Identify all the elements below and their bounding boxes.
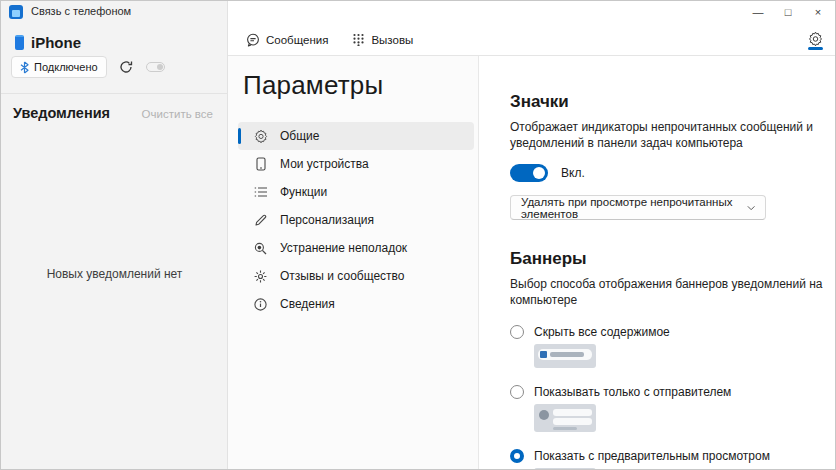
badges-clear-mode-dropdown[interactable]: Удалять при просмотре непрочитанных элем…: [510, 195, 766, 220]
main-header: Сообщения Вызовы: [228, 23, 835, 56]
settings-content-panel: Значки Отображает индикаторы непрочитанн…: [479, 56, 835, 469]
sidebar-divider: [1, 93, 228, 94]
connection-status-button[interactable]: Подключено: [11, 56, 107, 78]
minimize-button[interactable]: —: [743, 1, 773, 23]
list-icon: [253, 186, 268, 198]
nav-item-about[interactable]: Сведения: [238, 290, 474, 318]
badges-toggle-label: Вкл.: [561, 166, 585, 180]
message-icon: [246, 33, 260, 47]
window-controls: — □ ×: [743, 1, 833, 23]
banners-section-description: Выбор способа отображения баннеров уведо…: [510, 277, 836, 308]
nav-item-label: Персонализация: [280, 213, 374, 227]
banner-option-row[interactable]: Показать с предварительным просмотром: [510, 449, 835, 463]
phone-icon: [253, 157, 268, 171]
clear-all-link[interactable]: Очистить все: [142, 108, 213, 120]
nav-item-label: Сведения: [280, 297, 335, 311]
avatar: [539, 410, 549, 420]
refresh-icon: [119, 60, 133, 74]
settings-page-title: Параметры: [243, 70, 383, 101]
bluetooth-icon: [20, 61, 29, 74]
settings-nav-panel: Параметры Общие Мои устройства Функции П…: [228, 56, 479, 469]
banner-preview-sender-only: [534, 404, 596, 432]
chevron-down-icon: [747, 205, 755, 211]
nav-item-general[interactable]: Общие: [238, 122, 474, 150]
device-header: iPhone: [15, 34, 81, 51]
notifications-toggle-button[interactable]: [145, 56, 167, 78]
dialpad-icon: [352, 33, 365, 46]
titlebar: Связь с телефоном — □ ×: [1, 1, 835, 23]
gear-icon: [253, 129, 268, 143]
tab-calls[interactable]: Вызовы: [340, 23, 425, 56]
banner-option-label: Показать с предварительным просмотром: [534, 449, 770, 463]
tab-messages[interactable]: Сообщения: [234, 23, 340, 56]
dropdown-selected-value: Удалять при просмотре непрочитанных элем…: [521, 196, 747, 220]
device-name: iPhone: [31, 34, 81, 51]
nav-item-label: Функции: [280, 185, 327, 199]
settings-nav-list: Общие Мои устройства Функции Персонализа…: [238, 122, 474, 318]
tab-bar: Сообщения Вызовы: [234, 23, 425, 56]
mini-toggle-icon: [146, 62, 165, 72]
radio-button-checked[interactable]: [510, 449, 524, 463]
nav-item-label: Устранение неполадок: [280, 241, 407, 255]
connection-status-row: Подключено: [11, 56, 167, 78]
pencil-icon: [253, 214, 268, 227]
iphone-icon: [15, 35, 24, 50]
connection-status-label: Подключено: [34, 61, 98, 73]
settings-gear-button[interactable]: [802, 27, 828, 53]
banner-option-row[interactable]: Скрыть все содержимое: [510, 325, 835, 339]
nav-item-troubleshooting[interactable]: Устранение неполадок: [238, 234, 474, 262]
badges-section-title: Значки: [510, 92, 835, 112]
nav-item-my-devices[interactable]: Мои устройства: [238, 150, 474, 178]
refresh-button[interactable]: [115, 56, 137, 78]
close-button[interactable]: ×: [803, 1, 833, 23]
banner-option-sender-only: Показывать только с отправителем: [510, 385, 835, 432]
nav-item-label: Отзывы и сообщество: [280, 269, 405, 283]
feedback-icon: [253, 270, 268, 283]
notifications-header: Уведомления Очистить все: [13, 105, 213, 121]
banner-option-with-preview: Показать с предварительным просмотром: [510, 449, 835, 470]
troubleshoot-icon: [253, 242, 268, 255]
banner-option-hide-content: Скрыть все содержимое: [510, 325, 835, 368]
badges-toggle[interactable]: [510, 164, 548, 182]
nav-item-label: Общие: [280, 129, 319, 143]
banner-option-label: Показывать только с отправителем: [534, 385, 731, 399]
banner-option-label: Скрыть все содержимое: [534, 325, 670, 339]
banners-section-title: Баннеры: [510, 249, 835, 269]
banner-preview-hide-content: [534, 344, 596, 368]
tab-messages-label: Сообщения: [266, 34, 328, 46]
nav-item-features[interactable]: Функции: [238, 178, 474, 206]
radio-button-unchecked[interactable]: [510, 385, 524, 399]
settings-active-indicator: [808, 47, 823, 50]
tab-calls-label: Вызовы: [371, 34, 413, 46]
badges-toggle-row: Вкл.: [510, 164, 835, 182]
no-notifications-message: Новых уведомлений нет: [1, 267, 228, 281]
phone-link-app-icon: [9, 5, 23, 19]
window-title: Связь с телефоном: [31, 5, 131, 17]
info-icon: [253, 298, 268, 311]
gear-icon: [808, 31, 823, 46]
device-sidebar: iPhone Подключено Уведомления Очистить в…: [1, 1, 228, 470]
banner-option-row[interactable]: Показывать только с отправителем: [510, 385, 835, 399]
nav-item-feedback[interactable]: Отзывы и сообщество: [238, 262, 474, 290]
maximize-button[interactable]: □: [773, 1, 803, 23]
radio-button-unchecked[interactable]: [510, 325, 524, 339]
nav-item-label: Мои устройства: [280, 157, 369, 171]
nav-item-personalization[interactable]: Персонализация: [238, 206, 474, 234]
badges-section-description: Отображает индикаторы непрочитанных сооб…: [510, 120, 836, 151]
notifications-title: Уведомления: [13, 105, 110, 121]
